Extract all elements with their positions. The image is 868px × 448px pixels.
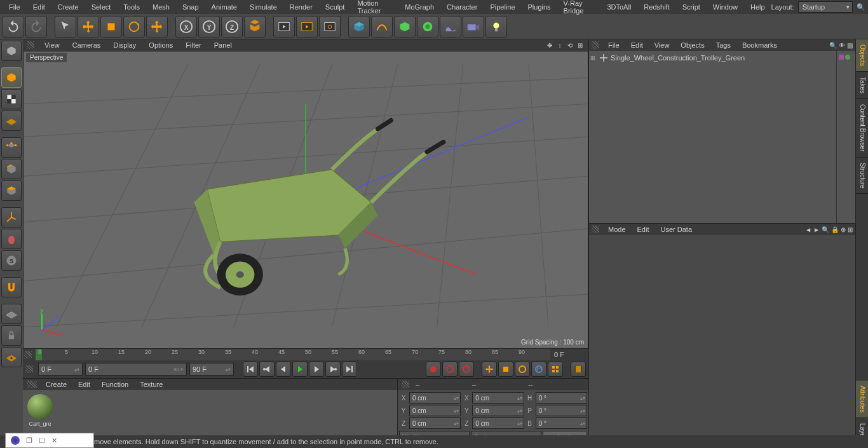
viewport[interactable]: Perspective [23,51,588,349]
workplane-mode-button[interactable] [1,111,22,131]
light-button[interactable] [485,16,507,37]
obj-menu-objects[interactable]: Objects [675,41,709,49]
grip-icon[interactable] [25,365,33,373]
keyframe-sel-button[interactable]: ? [459,362,474,377]
prev-key-button[interactable] [259,362,275,377]
object-row[interactable]: ⊞ Single_Wheel_Construction_Trolley_Gree… [590,52,835,64]
menu-script[interactable]: Script [676,1,707,13]
coord-system-button[interactable] [244,16,266,37]
search-icon[interactable]: 🔍 [857,2,865,12]
render-pv-button[interactable] [296,16,318,37]
autokey-button[interactable] [442,362,458,377]
key-pla-button[interactable] [548,362,563,377]
prev-frame-button[interactable] [276,362,291,377]
expand-icon[interactable]: ⊞ [590,55,597,61]
coord-rot-field[interactable]: 0 °▴▾ [536,417,587,429]
grip-icon[interactable] [27,381,37,388]
eye-icon[interactable]: 👁 [839,42,845,49]
edge-mode-button[interactable] [1,159,22,179]
tab-takes[interactable]: Takes [856,72,868,99]
timeline-ruler[interactable]: 051015202530354045505560657075808590 0 F [23,349,588,360]
dopesheet-button[interactable] [571,362,586,377]
mat-menu-edit[interactable]: Edit [73,381,95,388]
menu-tools[interactable]: Tools [117,1,146,13]
menu-simulate[interactable]: Simulate [243,1,283,13]
snap-button[interactable]: S [1,250,22,271]
attr-menu-mode[interactable]: Mode [603,226,631,233]
generator-button[interactable] [394,16,416,37]
grip-icon[interactable] [24,351,32,358]
menu-vray[interactable]: V-Ray Bridge [557,0,601,17]
mat-menu-create[interactable]: Create [41,381,72,388]
render-settings-button[interactable] [319,16,341,37]
render-view-button[interactable] [273,16,295,37]
workplane-button[interactable] [1,304,22,324]
magnet-button[interactable] [1,277,22,297]
coord-rot-field[interactable]: 0 °▴▾ [536,405,587,416]
vp-menu-options[interactable]: Options [144,41,178,49]
mat-menu-function[interactable]: Function [97,381,133,388]
coord-size-field[interactable]: 0 cm▴▾ [472,392,524,404]
undo-button[interactable] [3,16,24,37]
x-axis-button[interactable]: X [175,16,197,37]
vp-menu-view[interactable]: View [39,41,65,49]
z-axis-button[interactable]: Z [221,16,243,37]
current-frame-field[interactable]: 0 F90 F [85,363,187,376]
grip-icon[interactable] [592,41,599,49]
goto-start-button[interactable] [243,362,258,377]
coord-pos-field[interactable]: 0 cm▴▾ [409,405,461,416]
grip-icon[interactable] [592,226,599,233]
search-icon[interactable]: 🔍 [822,226,829,233]
visibility-tag-icon[interactable] [845,55,850,60]
vp-rotate-icon[interactable]: ⟲ [566,41,574,50]
vp-menu-filter[interactable]: Filter [180,41,206,49]
menu-help[interactable]: Help [744,1,771,13]
next-key-button[interactable] [325,362,341,377]
scale-tool[interactable] [100,16,122,37]
menu-render[interactable]: Render [283,1,319,13]
attr-menu-userdata[interactable]: User Data [656,226,698,233]
nav-back-icon[interactable]: ◄ [805,226,811,233]
mat-menu-texture[interactable]: Texture [135,381,168,388]
lasso-tool[interactable] [146,16,168,37]
obj-menu-tags[interactable]: Tags [711,41,736,49]
layer-tag-icon[interactable] [839,55,844,60]
axis-mode-button[interactable] [1,207,22,227]
menu-3dtoall[interactable]: 3DToAll [600,1,637,13]
key-pos-button[interactable] [482,362,497,377]
coord-size-field[interactable]: 0 cm▴▾ [472,417,524,429]
grip-icon[interactable] [402,381,409,388]
tab-structure[interactable]: Structure [856,158,868,194]
range-end-field[interactable]: 90 F▴▾ [189,363,234,376]
new-window-icon[interactable]: ⊕ [841,226,846,233]
menu-select[interactable]: Select [85,1,118,13]
attr-menu-edit[interactable]: Edit [632,226,654,233]
filter-icon[interactable]: ▤ [847,42,853,49]
tab-attributes[interactable]: Attributes [856,381,868,418]
key-param-button[interactable]: P [531,362,546,377]
menu-create[interactable]: Create [51,1,85,13]
vp-zoom-icon[interactable]: ↕ [555,41,564,50]
polygon-mode-button[interactable] [1,180,22,201]
layout-select[interactable]: Startup [798,1,853,13]
model-mode-button[interactable] [1,67,22,88]
menu-character[interactable]: Character [440,1,484,13]
tab-content-browser[interactable]: Content Browser [856,99,868,157]
spline-button[interactable] [371,16,393,37]
environment-button[interactable] [440,16,461,37]
axis-gizmo[interactable]: y x z [32,308,64,339]
tweak-mode-button[interactable] [1,229,22,249]
next-frame-button[interactable] [309,362,324,377]
rotate-tool[interactable] [123,16,145,37]
texture-mode-button[interactable] [1,89,22,109]
vp-menu-cameras[interactable]: Cameras [67,41,106,49]
taskbar-maximize-icon[interactable]: ☐ [39,437,45,445]
vp-nav-icon[interactable]: ✥ [545,41,554,50]
vp-menu-display[interactable]: Display [108,41,141,49]
play-button[interactable] [292,362,308,377]
menu-snap[interactable]: Snap [176,1,205,13]
taskbar-restore-icon[interactable]: ❐ [26,437,32,445]
obj-menu-edit[interactable]: Edit [626,41,648,49]
menu-window[interactable]: Window [707,1,744,13]
search-icon[interactable]: 🔍 [829,42,837,49]
